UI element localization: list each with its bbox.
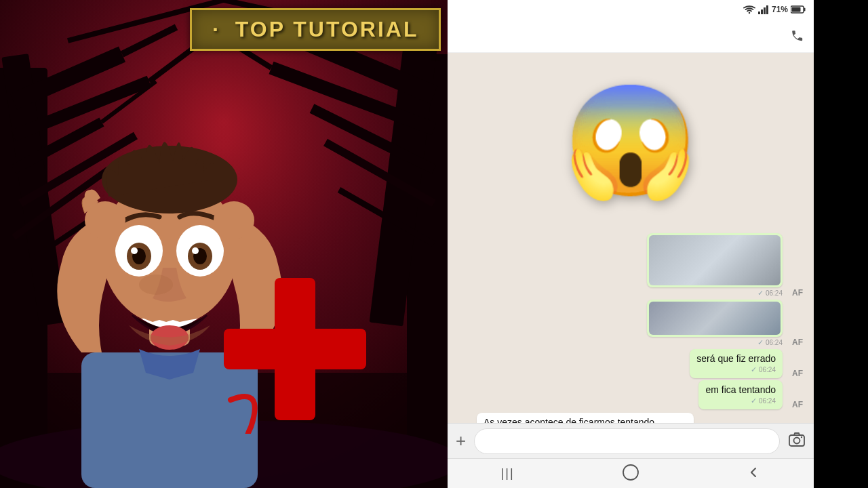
svg-rect-45 [275, 278, 315, 420]
sender-label: AF [787, 288, 808, 298]
message-time: 06:24 [766, 289, 783, 297]
bottom-nav: ||| [448, 458, 814, 488]
wifi-icon [743, 5, 755, 14]
message-time: 06:24 [759, 366, 776, 373]
svg-point-35 [131, 247, 138, 254]
menu-button[interactable]: ||| [501, 466, 515, 481]
camera-icon[interactable] [788, 430, 806, 452]
svg-rect-52 [792, 7, 801, 12]
check-marks: ✓ [751, 396, 757, 405]
message-row: será que fiz errado ✓ 06:24 AF [453, 349, 808, 378]
check-marks: ✓ [757, 338, 764, 347]
message-text: será que fiz errado [696, 353, 776, 364]
signal-icon [758, 5, 769, 14]
battery-icon [791, 5, 806, 14]
sender-label: AF [787, 369, 808, 378]
svg-rect-46 [758, 12, 760, 14]
svg-point-55 [801, 436, 802, 437]
home-button[interactable] [621, 463, 640, 485]
message-time: 06:24 [759, 397, 776, 405]
message-text: em fica tentando [705, 384, 776, 395]
black-right-strip [814, 0, 868, 488]
svg-point-43 [139, 274, 173, 295]
svg-rect-48 [764, 7, 766, 14]
call-icon[interactable] [789, 28, 806, 44]
emoji-area: 😱 [448, 53, 814, 229]
sender-label: AF [787, 338, 808, 347]
svg-rect-49 [766, 5, 768, 14]
sender-label: AF [787, 400, 808, 409]
phone-screen: 71% 😱 [448, 0, 814, 488]
scared-emoji: 😱 [563, 87, 698, 195]
plus-icon[interactable]: + [456, 430, 466, 451]
svg-point-56 [623, 465, 638, 480]
message-row: em fica tentando ✓ 06:24 AF [453, 380, 808, 409]
status-icons: 71% [743, 5, 806, 14]
back-button[interactable] [747, 466, 760, 482]
chat-header [448, 19, 814, 53]
chat-messages: ✓ 06:24 AF ✓ 0 [448, 229, 814, 423]
svg-point-42 [214, 201, 254, 239]
input-bar: + [448, 423, 814, 458]
message-row: ✓ 06:24 AF [453, 233, 808, 298]
message-row: As vezes acontece de ficarmos tentando r… [453, 413, 808, 423]
red-x-mark [210, 264, 380, 434]
battery-label: 71% [772, 5, 788, 14]
svg-point-39 [192, 247, 199, 254]
left-panel: TOP TUTORIAL [0, 0, 448, 488]
svg-point-54 [794, 437, 800, 443]
message-text: As vezes acontece de ficarmos tentando r… [484, 417, 687, 423]
status-bar: 71% [448, 0, 814, 19]
message-time: 06:24 [766, 339, 783, 346]
svg-rect-47 [761, 9, 763, 14]
svg-rect-51 [804, 8, 806, 12]
check-marks: ✓ [757, 289, 764, 298]
message-row: ✓ 06:24 AF [453, 300, 808, 347]
check-marks: ✓ [751, 365, 757, 374]
